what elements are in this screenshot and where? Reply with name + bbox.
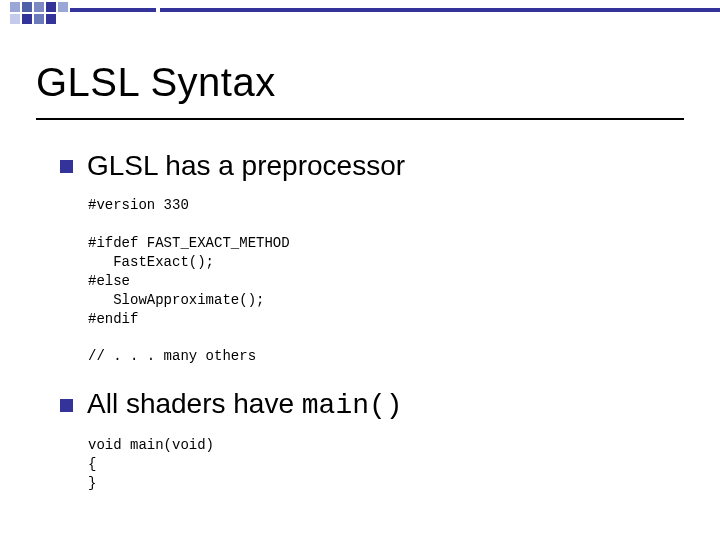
bullet-1: GLSL has a preprocessor [60,150,680,182]
deco-square [58,2,68,12]
deco-square [34,14,44,24]
bullet-2-text: All shaders have main() [87,388,403,422]
code-block-main: void main(void) { } [88,436,680,493]
deco-square [22,14,32,24]
deco-square [22,2,32,12]
deco-square [10,2,20,12]
bullet-square-icon [60,399,73,412]
corner-decoration [0,0,720,24]
slide-title: GLSL Syntax [36,60,276,105]
top-bar-left [70,8,156,12]
code-block-preprocessor: #version 330 #ifdef FAST_EXACT_METHOD Fa… [88,196,680,366]
top-bar-right [160,8,720,12]
title-underline [36,118,684,120]
deco-square [46,2,56,12]
slide: GLSL Syntax GLSL has a preprocessor #ver… [0,0,720,540]
bullet-square-icon [60,160,73,173]
deco-square [34,2,44,12]
deco-square [46,14,56,24]
bullet-1-text: GLSL has a preprocessor [87,150,405,182]
deco-square [10,14,20,24]
bullet-2: All shaders have main() [60,388,680,422]
slide-body: GLSL has a preprocessor #version 330 #if… [60,150,680,515]
bullet-2-mono: main() [302,390,403,421]
bullet-2-prefix: All shaders have [87,388,302,419]
